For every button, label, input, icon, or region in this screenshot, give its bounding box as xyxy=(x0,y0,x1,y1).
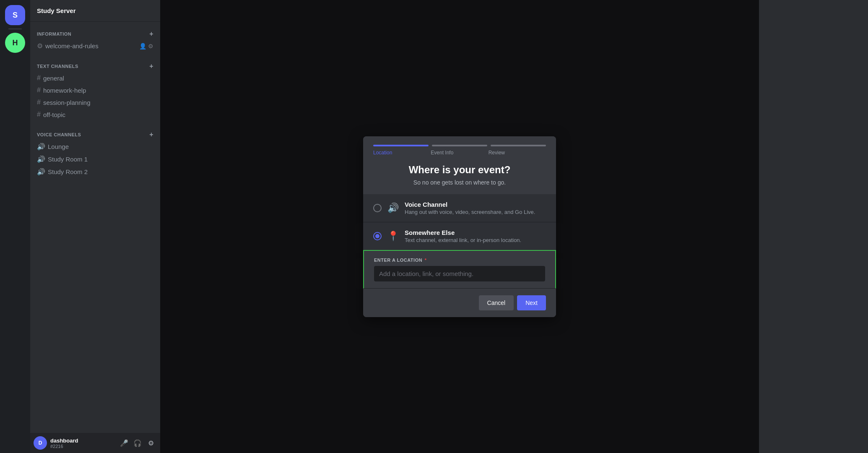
channel-session-planning[interactable]: # session-planning xyxy=(34,96,157,108)
server-header[interactable]: Study Server xyxy=(30,0,160,22)
channel-lounge[interactable]: 🔊 Lounge xyxy=(34,141,157,153)
voice-icon: 🔊 xyxy=(37,155,45,163)
user-info: dashboard #2216 xyxy=(50,437,115,449)
channel-homework-help[interactable]: # homework-help xyxy=(34,84,157,96)
section-label-text-channels: TEXT CHANNELS xyxy=(37,64,78,69)
voice-icon: 🔊 xyxy=(37,168,45,176)
step-bar-event-info xyxy=(432,145,487,146)
server-icon-primary[interactable]: S xyxy=(5,5,25,25)
headset-icon[interactable]: 🎧 xyxy=(132,437,143,449)
modal-subtitle: So no one gets lost on where to go. xyxy=(373,179,546,186)
avatar: D xyxy=(34,436,47,450)
voice-channel-info: Voice Channel Hang out with voice, video… xyxy=(405,201,546,215)
section-label-information: INFORMATION xyxy=(37,31,71,36)
step-label-location: Location xyxy=(373,150,431,156)
user-tag: #2216 xyxy=(50,444,115,449)
hash-icon: # xyxy=(37,86,41,94)
channel-name: off-topic xyxy=(43,111,65,118)
channel-off-topic[interactable]: # off-topic xyxy=(34,109,157,120)
settings-icon: ⚙ xyxy=(37,42,43,50)
section-label-voice-channels: VOICE CHANNELS xyxy=(37,132,81,137)
user-controls: 🎤 🎧 ⚙ xyxy=(118,437,157,449)
server-name: Study Server xyxy=(37,7,76,14)
channel-name: session-planning xyxy=(43,99,91,106)
section-text-channels: TEXT CHANNELS + # general # homework-hel… xyxy=(30,54,160,122)
user-bar: D dashboard #2216 🎤 🎧 ⚙ xyxy=(30,433,160,453)
channel-sidebar: Study Server INFORMATION + ⚙ welcome-and… xyxy=(30,0,160,453)
section-header-information[interactable]: INFORMATION + xyxy=(34,29,157,39)
voice-channel-desc: Hang out with voice, video, screenshare,… xyxy=(405,209,546,215)
step-bars xyxy=(373,145,546,146)
channel-study-room-2[interactable]: 🔊 Study Room 2 xyxy=(34,166,157,178)
somewhere-else-title: Somewhere Else xyxy=(405,229,546,236)
username: dashboard xyxy=(50,437,115,444)
location-input-label: ENTER A LOCATION * xyxy=(374,258,545,263)
radio-somewhere-else[interactable] xyxy=(373,232,382,240)
settings-icon[interactable]: ⚙ xyxy=(145,437,157,449)
hash-icon: # xyxy=(37,111,41,118)
hash-icon: # xyxy=(37,74,41,82)
voice-channel-title: Voice Channel xyxy=(405,201,546,208)
step-labels: Location Event Info Review xyxy=(373,150,546,156)
location-input-section: ENTER A LOCATION * xyxy=(363,250,556,289)
location-options: 🔊 Voice Channel Hang out with voice, vid… xyxy=(363,194,556,250)
wizard-steps: Location Event Info Review Where is your… xyxy=(363,136,556,186)
voice-channel-icon: 🔊 xyxy=(387,203,399,213)
step-label-review: Review xyxy=(489,150,546,156)
microphone-icon[interactable]: 🎤 xyxy=(118,437,130,449)
modal-title: Where is your event? xyxy=(373,164,546,176)
channel-name: general xyxy=(43,75,64,82)
somewhere-else-desc: Text channel, external link, or in-perso… xyxy=(405,237,546,243)
step-bar-review xyxy=(491,145,546,146)
server-divider xyxy=(8,29,22,29)
channel-name: homework-help xyxy=(43,87,86,94)
radio-voice-channel[interactable] xyxy=(373,204,382,212)
channel-name: Study Room 2 xyxy=(48,168,88,175)
required-marker: * xyxy=(423,258,426,263)
location-pin-icon: 📍 xyxy=(387,231,399,242)
next-button[interactable]: Next xyxy=(517,295,546,310)
channel-general[interactable]: # general xyxy=(34,72,157,84)
section-header-voice-channels[interactable]: VOICE CHANNELS + xyxy=(34,129,157,140)
event-location-modal: Location Event Info Review Where is your… xyxy=(363,136,556,317)
channel-name: Lounge xyxy=(48,143,69,150)
channel-name: Study Room 1 xyxy=(48,156,88,163)
add-text-channel-icon[interactable]: + xyxy=(149,62,153,70)
section-information: INFORMATION + ⚙ welcome-and-rules 👤 ⚙ xyxy=(30,22,160,54)
main-content: Discover me steps to help start guide. 💬… xyxy=(160,0,759,453)
location-option-somewhere-else[interactable]: 📍 Somewhere Else Text channel, external … xyxy=(363,222,556,250)
channel-study-room-1[interactable]: 🔊 Study Room 1 xyxy=(34,153,157,165)
add-voice-channel-icon[interactable]: + xyxy=(149,131,153,138)
section-header-text-channels[interactable]: TEXT CHANNELS + xyxy=(34,61,157,72)
right-sidebar xyxy=(759,0,868,453)
channel-settings-icon: 👤 ⚙ xyxy=(139,43,153,49)
cancel-button[interactable]: Cancel xyxy=(479,295,514,310)
server-icon-secondary[interactable]: H xyxy=(5,33,25,53)
channel-welcome-and-rules[interactable]: ⚙ welcome-and-rules 👤 ⚙ xyxy=(34,40,157,52)
location-option-voice-channel[interactable]: 🔊 Voice Channel Hang out with voice, vid… xyxy=(363,194,556,222)
modal-footer: Cancel Next xyxy=(363,289,556,317)
voice-icon: 🔊 xyxy=(37,143,45,151)
step-bar-location xyxy=(373,145,429,146)
add-channel-icon[interactable]: + xyxy=(149,30,153,38)
location-input[interactable] xyxy=(374,266,545,281)
channel-name: welcome-and-rules xyxy=(45,42,99,49)
somewhere-else-info: Somewhere Else Text channel, external li… xyxy=(405,229,546,243)
step-label-event-info: Event Info xyxy=(431,150,488,156)
modal-overlay: Location Event Info Review Where is your… xyxy=(160,0,759,453)
server-sidebar: S H xyxy=(0,0,30,453)
section-voice-channels: VOICE CHANNELS + 🔊 Lounge 🔊 Study Room 1… xyxy=(30,122,160,180)
hash-icon: # xyxy=(37,99,41,106)
